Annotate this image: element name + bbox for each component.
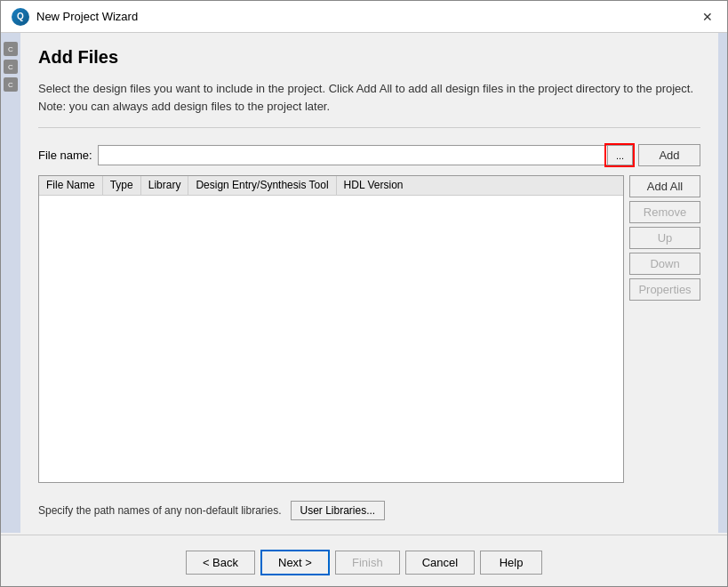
file-input-row: File name: ... Add bbox=[38, 144, 700, 166]
finish-button[interactable]: Finish bbox=[335, 551, 400, 575]
file-table: File Name Type Library Design Entry/Synt… bbox=[38, 175, 624, 483]
title-bar-left: Q New Project Wizard bbox=[12, 8, 138, 26]
back-button[interactable]: < Back bbox=[186, 551, 255, 575]
table-header: File Name Type Library Design Entry/Synt… bbox=[39, 176, 623, 196]
title-bar: Q New Project Wizard ✕ bbox=[1, 1, 727, 33]
next-button[interactable]: Next > bbox=[260, 550, 330, 575]
browse-button[interactable]: ... bbox=[607, 146, 632, 165]
main-content: Add Files Select the design files you wa… bbox=[20, 33, 718, 535]
library-row: Specify the path names of any non-defaul… bbox=[38, 495, 700, 520]
app-icon: Q bbox=[12, 8, 29, 26]
library-label: Specify the path names of any non-defaul… bbox=[38, 504, 282, 517]
new-project-wizard-dialog: Q New Project Wizard ✕ C C C Add Files S… bbox=[0, 0, 728, 587]
description-line1: Select the design files you want to incl… bbox=[38, 82, 693, 95]
col-library: Library bbox=[141, 176, 189, 195]
footer: < Back Next > Finish Cancel Help bbox=[1, 543, 727, 586]
add-all-button[interactable]: Add All bbox=[629, 175, 700, 197]
cancel-button[interactable]: Cancel bbox=[405, 551, 475, 575]
sidebar-icon-1: C bbox=[4, 42, 18, 56]
dialog-title: New Project Wizard bbox=[36, 10, 138, 23]
footer-divider bbox=[1, 535, 727, 535]
col-design-entry: Design Entry/Synthesis Tool bbox=[188, 176, 336, 195]
left-sidebar: C C C bbox=[1, 33, 20, 533]
sidebar-icon-3: C bbox=[4, 77, 18, 92]
help-button[interactable]: Help bbox=[480, 551, 542, 575]
col-hdl-version: HDL Version bbox=[337, 176, 411, 195]
user-libraries-button[interactable]: User Libraries... bbox=[291, 501, 386, 520]
down-button[interactable]: Down bbox=[629, 253, 700, 275]
side-buttons: Add All Remove Up Down Properties bbox=[629, 175, 700, 483]
properties-button[interactable]: Properties bbox=[629, 278, 700, 301]
col-filename: File Name bbox=[39, 176, 103, 195]
divider-top bbox=[38, 127, 700, 128]
page-title: Add Files bbox=[38, 47, 700, 68]
add-button[interactable]: Add bbox=[638, 144, 700, 166]
close-button[interactable]: ✕ bbox=[699, 8, 716, 26]
sidebar-icon-2: C bbox=[4, 60, 18, 74]
remove-button[interactable]: Remove bbox=[629, 201, 700, 223]
right-sidebar bbox=[718, 33, 727, 533]
file-name-input[interactable] bbox=[99, 146, 607, 165]
description-line2: Note: you can always add design files to… bbox=[38, 100, 330, 113]
file-label: File name: bbox=[38, 149, 92, 162]
main-area: File Name Type Library Design Entry/Synt… bbox=[38, 175, 700, 483]
col-type: Type bbox=[103, 176, 141, 195]
description: Select the design files you want to incl… bbox=[38, 80, 700, 115]
up-button[interactable]: Up bbox=[629, 227, 700, 249]
file-input-wrapper: ... bbox=[98, 145, 633, 165]
table-body bbox=[39, 196, 623, 482]
